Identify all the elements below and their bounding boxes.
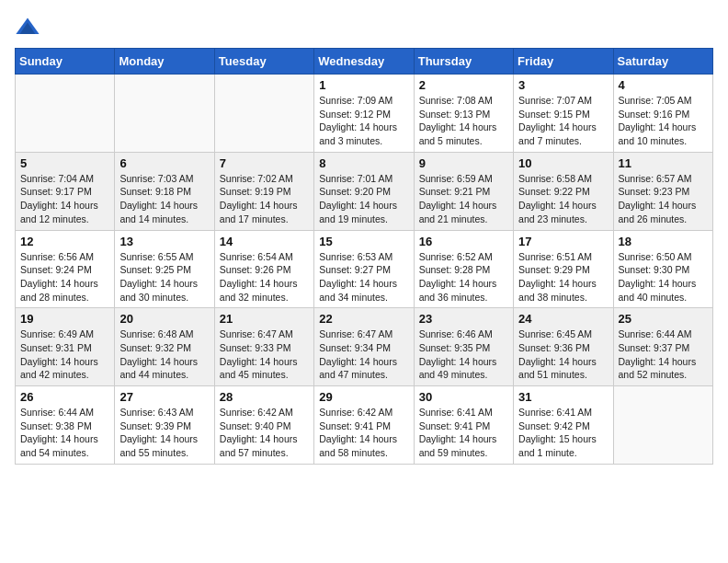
- calendar-cell: 10Sunrise: 6:58 AMSunset: 9:22 PMDayligh…: [514, 152, 613, 230]
- calendar-cell: 6Sunrise: 7:03 AMSunset: 9:18 PMDaylight…: [115, 152, 214, 230]
- day-info: Sunrise: 6:41 AMSunset: 9:41 PMDaylight:…: [419, 406, 508, 460]
- day-info: Sunrise: 6:54 AMSunset: 9:26 PMDaylight:…: [220, 250, 309, 304]
- day-info: Sunrise: 6:47 AMSunset: 9:33 PMDaylight:…: [220, 327, 309, 382]
- calendar-cell: 1Sunrise: 7:09 AMSunset: 9:12 PMDaylight…: [314, 75, 414, 153]
- calendar-cell: 18Sunrise: 6:50 AMSunset: 9:30 PMDayligh…: [613, 230, 712, 308]
- calendar-cell: 26Sunrise: 6:44 AMSunset: 9:38 PMDayligh…: [16, 386, 115, 465]
- day-number: 24: [518, 312, 608, 326]
- calendar-cell: 23Sunrise: 6:46 AMSunset: 9:35 PMDayligh…: [414, 308, 513, 386]
- day-number: 3: [518, 78, 608, 92]
- day-info: Sunrise: 6:48 AMSunset: 9:32 PMDaylight:…: [119, 327, 209, 382]
- calendar-cell: 15Sunrise: 6:53 AMSunset: 9:27 PMDayligh…: [314, 230, 414, 308]
- day-info: Sunrise: 6:44 AMSunset: 9:38 PMDaylight:…: [20, 406, 109, 460]
- day-number: 1: [319, 78, 408, 92]
- day-number: 16: [419, 235, 508, 248]
- day-info: Sunrise: 6:44 AMSunset: 9:37 PMDaylight:…: [619, 327, 708, 382]
- calendar-cell: [16, 75, 115, 153]
- day-info: Sunrise: 6:55 AMSunset: 9:25 PMDaylight:…: [119, 250, 209, 304]
- calendar-week-row: 26Sunrise: 6:44 AMSunset: 9:38 PMDayligh…: [16, 386, 713, 465]
- day-info: Sunrise: 6:50 AMSunset: 9:30 PMDaylight:…: [619, 250, 708, 304]
- day-info: Sunrise: 7:07 AMSunset: 9:15 PMDaylight:…: [518, 94, 608, 148]
- col-header-thursday: Thursday: [414, 49, 513, 75]
- day-info: Sunrise: 6:51 AMSunset: 9:29 PMDaylight:…: [518, 250, 608, 304]
- day-info: Sunrise: 6:47 AMSunset: 9:34 PMDaylight:…: [319, 327, 408, 382]
- col-header-friday: Friday: [514, 49, 613, 75]
- day-number: 19: [20, 312, 109, 326]
- day-info: Sunrise: 7:01 AMSunset: 9:20 PMDaylight:…: [319, 172, 408, 226]
- logo: [15, 15, 44, 40]
- day-info: Sunrise: 6:58 AMSunset: 9:22 PMDaylight:…: [518, 172, 608, 226]
- calendar-cell: 8Sunrise: 7:01 AMSunset: 9:20 PMDaylight…: [314, 152, 414, 230]
- day-number: 28: [220, 390, 309, 404]
- calendar-cell: 13Sunrise: 6:55 AMSunset: 9:25 PMDayligh…: [115, 230, 214, 308]
- col-header-wednesday: Wednesday: [314, 49, 414, 75]
- col-header-monday: Monday: [115, 49, 214, 75]
- day-info: Sunrise: 7:03 AMSunset: 9:18 PMDaylight:…: [119, 172, 209, 226]
- day-info: Sunrise: 6:57 AMSunset: 9:23 PMDaylight:…: [619, 172, 708, 226]
- calendar-cell: 14Sunrise: 6:54 AMSunset: 9:26 PMDayligh…: [214, 230, 313, 308]
- day-number: 11: [619, 156, 708, 170]
- day-number: 2: [419, 78, 508, 92]
- day-number: 5: [20, 156, 109, 170]
- day-info: Sunrise: 6:49 AMSunset: 9:31 PMDaylight:…: [20, 327, 109, 382]
- calendar-cell: 30Sunrise: 6:41 AMSunset: 9:41 PMDayligh…: [414, 386, 513, 465]
- day-number: 12: [20, 235, 109, 248]
- calendar-cell: 12Sunrise: 6:56 AMSunset: 9:24 PMDayligh…: [16, 230, 115, 308]
- calendar-cell: 22Sunrise: 6:47 AMSunset: 9:34 PMDayligh…: [314, 308, 414, 386]
- calendar-week-row: 1Sunrise: 7:09 AMSunset: 9:12 PMDaylight…: [16, 75, 713, 153]
- day-info: Sunrise: 6:41 AMSunset: 9:42 PMDaylight:…: [518, 406, 608, 460]
- day-number: 14: [220, 235, 309, 248]
- day-number: 8: [319, 156, 408, 170]
- calendar-week-row: 12Sunrise: 6:56 AMSunset: 9:24 PMDayligh…: [16, 230, 713, 308]
- calendar-cell: 28Sunrise: 6:42 AMSunset: 9:40 PMDayligh…: [214, 386, 313, 465]
- logo-icon: [15, 15, 40, 40]
- calendar-cell: 19Sunrise: 6:49 AMSunset: 9:31 PMDayligh…: [16, 308, 115, 386]
- calendar-header-row: SundayMondayTuesdayWednesdayThursdayFrid…: [16, 49, 713, 75]
- day-number: 4: [619, 78, 708, 92]
- day-info: Sunrise: 6:43 AMSunset: 9:39 PMDaylight:…: [119, 406, 209, 460]
- calendar-cell: [214, 75, 313, 153]
- day-info: Sunrise: 7:09 AMSunset: 9:12 PMDaylight:…: [319, 94, 408, 148]
- day-info: Sunrise: 6:59 AMSunset: 9:21 PMDaylight:…: [419, 172, 508, 226]
- day-info: Sunrise: 6:42 AMSunset: 9:40 PMDaylight:…: [220, 406, 309, 460]
- calendar-week-row: 19Sunrise: 6:49 AMSunset: 9:31 PMDayligh…: [16, 308, 713, 386]
- calendar-cell: 31Sunrise: 6:41 AMSunset: 9:42 PMDayligh…: [514, 386, 613, 465]
- day-number: 31: [518, 390, 608, 404]
- day-number: 18: [619, 235, 708, 248]
- day-number: 30: [419, 390, 508, 404]
- calendar-cell: 4Sunrise: 7:05 AMSunset: 9:16 PMDaylight…: [613, 75, 712, 153]
- calendar-cell: [115, 75, 214, 153]
- col-header-saturday: Saturday: [613, 49, 712, 75]
- calendar-cell: 17Sunrise: 6:51 AMSunset: 9:29 PMDayligh…: [514, 230, 613, 308]
- day-info: Sunrise: 7:02 AMSunset: 9:19 PMDaylight:…: [220, 172, 309, 226]
- day-number: 29: [319, 390, 408, 404]
- day-info: Sunrise: 6:52 AMSunset: 9:28 PMDaylight:…: [419, 250, 508, 304]
- calendar-cell: [613, 386, 712, 465]
- day-info: Sunrise: 6:56 AMSunset: 9:24 PMDaylight:…: [20, 250, 109, 304]
- day-number: 25: [619, 312, 708, 326]
- page-header: [15, 15, 713, 40]
- day-info: Sunrise: 7:04 AMSunset: 9:17 PMDaylight:…: [20, 172, 109, 226]
- calendar-cell: 9Sunrise: 6:59 AMSunset: 9:21 PMDaylight…: [414, 152, 513, 230]
- day-number: 15: [319, 235, 408, 248]
- calendar-cell: 21Sunrise: 6:47 AMSunset: 9:33 PMDayligh…: [214, 308, 313, 386]
- day-info: Sunrise: 6:42 AMSunset: 9:41 PMDaylight:…: [319, 406, 408, 460]
- day-number: 23: [419, 312, 508, 326]
- calendar-week-row: 5Sunrise: 7:04 AMSunset: 9:17 PMDaylight…: [16, 152, 713, 230]
- day-number: 6: [119, 156, 209, 170]
- day-number: 10: [518, 156, 608, 170]
- col-header-sunday: Sunday: [16, 49, 115, 75]
- calendar-cell: 7Sunrise: 7:02 AMSunset: 9:19 PMDaylight…: [214, 152, 313, 230]
- day-info: Sunrise: 6:45 AMSunset: 9:36 PMDaylight:…: [518, 327, 608, 382]
- day-number: 26: [20, 390, 109, 404]
- day-number: 17: [518, 235, 608, 248]
- calendar-cell: 3Sunrise: 7:07 AMSunset: 9:15 PMDaylight…: [514, 75, 613, 153]
- day-info: Sunrise: 7:08 AMSunset: 9:13 PMDaylight:…: [419, 94, 508, 148]
- day-number: 20: [119, 312, 209, 326]
- col-header-tuesday: Tuesday: [214, 49, 313, 75]
- day-number: 22: [319, 312, 408, 326]
- day-info: Sunrise: 6:53 AMSunset: 9:27 PMDaylight:…: [319, 250, 408, 304]
- calendar-cell: 16Sunrise: 6:52 AMSunset: 9:28 PMDayligh…: [414, 230, 513, 308]
- day-number: 7: [220, 156, 309, 170]
- day-info: Sunrise: 7:05 AMSunset: 9:16 PMDaylight:…: [619, 94, 708, 148]
